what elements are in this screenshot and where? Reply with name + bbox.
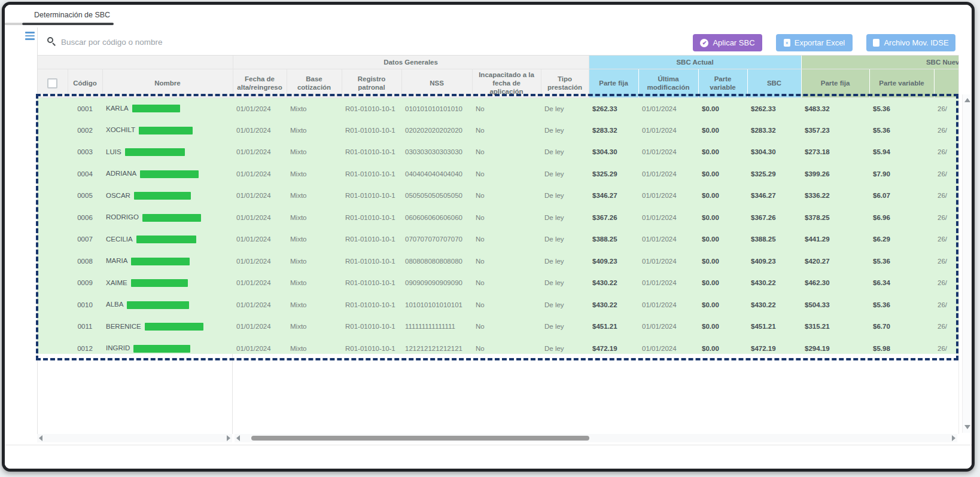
- cell-ultima-modificacion: 01/01/2024: [638, 250, 698, 273]
- cell-parte-variable-actual: $0.00: [698, 120, 747, 142]
- cell-base-cotizacion: Mixto: [287, 207, 342, 229]
- cell-fecha-alta: 01/01/2024: [233, 207, 287, 229]
- column-base-cotizacion[interactable]: Base cotización: [287, 69, 342, 97]
- cell-clipped-date: 26/: [934, 272, 958, 294]
- cell-clipped-date: 26/: [934, 338, 958, 354]
- column-clipped: [934, 69, 958, 97]
- cell-fecha-alta: 01/01/2024: [233, 272, 287, 294]
- table-row[interactable]: 0009 XAIME 01/01/2024 Mixto R01-01010-10…: [38, 272, 958, 294]
- name-redaction-bar: [136, 236, 196, 243]
- name-redaction-bar: [132, 105, 180, 112]
- column-parte-fija-actual[interactable]: Parte fija: [589, 69, 638, 97]
- scroll-right-icon[interactable]: [227, 435, 230, 441]
- cell-ultima-modificacion: 01/01/2024: [638, 97, 698, 120]
- scroll-left-icon[interactable]: [236, 435, 240, 441]
- cell-base-cotizacion: Mixto: [287, 338, 342, 354]
- group-blank: [38, 56, 233, 69]
- cell-registro-patronal: R01-01010-10-1: [342, 207, 401, 229]
- vertical-scrollbar[interactable]: [962, 94, 971, 433]
- scroll-right-icon[interactable]: [952, 435, 955, 441]
- cell-base-cotizacion: Mixto: [287, 294, 342, 316]
- table-row[interactable]: 0001 KARLA 01/01/2024 Mixto R01-01010-10…: [38, 97, 958, 120]
- group-sbc-nuevo: SBC Nuevo: [801, 56, 958, 69]
- table-row[interactable]: 0011 BERENICE 01/01/2024 Mixto R01-01010…: [38, 316, 958, 338]
- file-icon: [873, 39, 879, 47]
- cell-registro-patronal: R01-01010-10-1: [342, 272, 401, 294]
- table-row[interactable]: 0007 CECILIA 01/01/2024 Mixto R01-01010-…: [38, 228, 958, 250]
- table-row[interactable]: 0004 ADRIANA 01/01/2024 Mixto R01-01010-…: [38, 163, 958, 185]
- export-excel-button[interactable]: x Exportar Excel: [776, 34, 853, 51]
- idse-file-button[interactable]: Archivo Mov. IDSE: [866, 34, 955, 51]
- cell-sbc-actual: $430.22: [747, 272, 801, 294]
- table-row[interactable]: 0006 RODRIGO 01/01/2024 Mixto R01-01010-…: [38, 207, 958, 229]
- cell-registro-patronal: R01-01010-10-1: [342, 316, 401, 338]
- cell-parte-fija-nuevo: $315.21: [801, 316, 869, 338]
- cell-nss: 121212121212121: [401, 338, 472, 354]
- column-sbc-actual[interactable]: SBC: [747, 69, 801, 97]
- cell-nss: 101010101010101: [401, 294, 472, 316]
- cell-parte-variable-actual: $0.00: [698, 228, 747, 250]
- table-row[interactable]: 0003 LUIS 01/01/2024 Mixto R01-01010-10-…: [38, 141, 958, 163]
- column-parte-fija-nuevo[interactable]: Parte fija: [801, 69, 869, 97]
- column-incapacitado[interactable]: Incapacitado a la fecha de aplicación: [472, 69, 541, 97]
- cell-clipped-date: 26/: [934, 97, 958, 120]
- cell-select: [38, 185, 68, 207]
- table-row[interactable]: 0005 OSCAR 01/01/2024 Mixto R01-01010-10…: [38, 185, 958, 207]
- cell-codigo: 0011: [68, 316, 102, 338]
- table-row[interactable]: 0002 XOCHILT 01/01/2024 Mixto R01-01010-…: [38, 120, 958, 142]
- cell-parte-fija-nuevo: $336.22: [801, 185, 869, 207]
- column-nombre[interactable]: Nombre: [102, 69, 233, 97]
- cell-parte-variable-actual: $0.00: [698, 294, 747, 316]
- cell-parte-variable-nuevo: $5.36: [869, 120, 934, 142]
- cell-sbc-actual: $283.32: [747, 120, 801, 142]
- cell-nombre: ALBA: [102, 294, 233, 316]
- column-parte-variable-actual[interactable]: Parte variable: [698, 69, 747, 97]
- cell-nss: 020202020202020: [401, 120, 472, 142]
- column-nss[interactable]: NSS: [401, 69, 472, 97]
- horizontal-scrollbar-locked[interactable]: [37, 434, 232, 442]
- column-codigo[interactable]: Código: [68, 69, 102, 97]
- cell-incapacitado: No: [472, 120, 541, 142]
- scroll-up-icon[interactable]: [964, 98, 970, 102]
- cell-clipped-date: 26/: [934, 316, 958, 338]
- search-input[interactable]: [61, 33, 552, 51]
- select-all-checkbox[interactable]: [47, 78, 57, 88]
- cell-parte-variable-nuevo: $6.96: [869, 207, 934, 229]
- column-registro-patronal[interactable]: Registro patronal: [342, 69, 401, 97]
- cell-base-cotizacion: Mixto: [287, 120, 342, 142]
- cell-incapacitado: No: [472, 272, 541, 294]
- menu-icon[interactable]: [25, 32, 36, 40]
- cell-registro-patronal: R01-01010-10-1: [342, 97, 401, 120]
- column-fecha-alta[interactable]: Fecha de alta/reingreso: [233, 69, 287, 97]
- scroll-down-icon[interactable]: [964, 425, 970, 429]
- export-excel-label: Exportar Excel: [795, 38, 845, 47]
- cell-clipped-date: 26/: [934, 207, 958, 229]
- table-row[interactable]: 0012 INGRID 01/01/2024 Mixto R01-01010-1…: [38, 338, 958, 354]
- cell-codigo: 0007: [68, 228, 102, 250]
- column-ultima-modificacion[interactable]: Última modificación: [638, 69, 698, 97]
- cell-nombre: INGRID: [102, 338, 233, 354]
- cell-parte-fija-actual: $451.21: [589, 316, 638, 338]
- cell-parte-variable-actual: $0.00: [698, 316, 747, 338]
- scroll-left-icon[interactable]: [39, 435, 42, 441]
- cell-parte-variable-nuevo: $5.36: [869, 97, 934, 120]
- column-parte-variable-nuevo[interactable]: Parte variable: [869, 69, 934, 97]
- scrollbar-thumb[interactable]: [251, 436, 589, 441]
- horizontal-scrollbar-main[interactable]: [235, 434, 957, 442]
- table-row[interactable]: 0008 MARIA 01/01/2024 Mixto R01-01010-10…: [38, 250, 958, 273]
- cell-registro-patronal: R01-01010-10-1: [342, 294, 401, 316]
- column-tipo-prestacion[interactable]: Tipo prestación: [541, 69, 589, 97]
- cell-parte-variable-nuevo: $5.94: [869, 141, 934, 163]
- cell-parte-variable-actual: $0.00: [698, 338, 747, 354]
- apply-sbc-button[interactable]: ✔ Aplicar SBC: [693, 34, 762, 51]
- table-row[interactable]: 0010 ALBA 01/01/2024 Mixto R01-01010-10-…: [38, 294, 958, 316]
- cell-parte-variable-actual: $0.00: [698, 141, 747, 163]
- tab-determinacion-sbc[interactable]: Determinación de SBC: [34, 11, 110, 19]
- cell-parte-variable-nuevo: $6.07: [869, 185, 934, 207]
- sidebar-divider: [37, 27, 38, 55]
- cell-select: [38, 120, 68, 142]
- cell-sbc-actual: $472.19: [747, 338, 801, 354]
- grid-right-border: [958, 55, 959, 434]
- cell-codigo: 0004: [68, 163, 102, 185]
- name-redaction-bar: [145, 323, 203, 331]
